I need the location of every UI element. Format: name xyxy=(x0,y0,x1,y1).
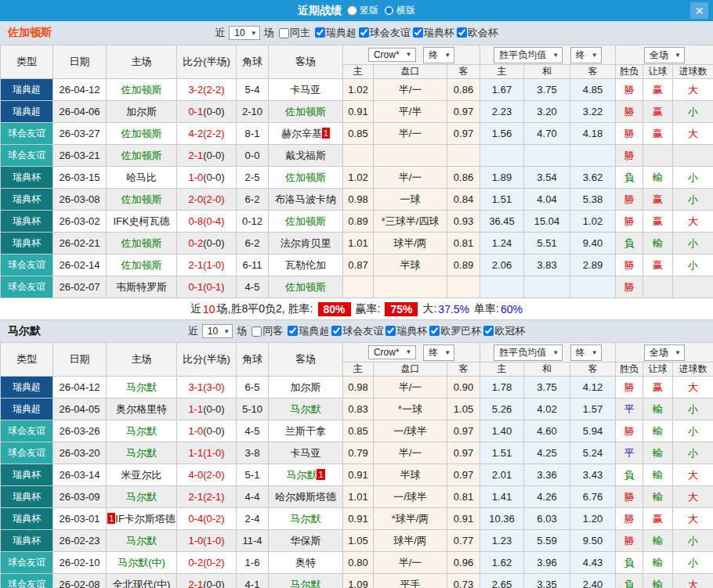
league-type-cell: 瑞典杯 xyxy=(1,189,53,211)
league-filter-label: 球会友谊 xyxy=(370,26,411,40)
goals-cell: 小 xyxy=(673,254,713,276)
team-filter-bar: 佐加顿斯 近 10 ▼ 场 同主 瑞典超球会友谊瑞典杯欧会杯 xyxy=(0,21,713,45)
away-team-name: 卡马亚 xyxy=(291,447,321,459)
handicap-value: 半/一 xyxy=(399,171,422,183)
away-team-cell: 法尔肯贝里 xyxy=(269,233,343,254)
avg-draw-odds: 3.36 xyxy=(524,464,570,486)
filter-controls: 近 10 ▼ 场 同客 瑞典超球会友谊瑞典杯欧罗巴杯欧冠杯 xyxy=(188,324,525,339)
odds-company-select[interactable]: Crow*▼ xyxy=(368,48,416,62)
handicap-home-odds: 0.98 xyxy=(343,377,374,399)
checkbox-input[interactable] xyxy=(483,326,494,336)
league-filter-checkbox[interactable]: 欧罗巴杯 xyxy=(429,324,481,338)
layout-radio-horizontal[interactable]: 横版 xyxy=(384,4,415,17)
date-cell: 26-03-01 xyxy=(53,508,107,530)
score-cell: 2-1(0-0) xyxy=(177,145,237,167)
radio-input-horizontal[interactable] xyxy=(384,5,394,16)
same-venue-checkbox[interactable]: 同主 xyxy=(279,26,310,40)
avg-select[interactable]: 胜平负均值▼ xyxy=(494,345,563,361)
results-table: 类型 日期 主场 比分(半场) 角球 客场 Crow*▼ 终▼ 胜平负均值▼ 终… xyxy=(0,342,713,588)
handicap-away-odds: 0.93 xyxy=(447,211,480,233)
score-cell: 0-8(0-4) xyxy=(177,211,237,233)
handicap-home-odds: 0.80 xyxy=(343,552,374,574)
away-team-name: 佐加顿斯 xyxy=(285,106,326,117)
avg-home-odds: 2.65 xyxy=(480,574,524,588)
handicap-value: 三球半/四球 xyxy=(385,215,440,227)
league-filter-checkbox[interactable]: 球会友谊 xyxy=(359,26,411,40)
goals-cell: 大 xyxy=(673,123,713,145)
cover-cell: 輸 xyxy=(643,530,673,552)
league-filter-checkbox[interactable]: 瑞典超 xyxy=(315,26,356,40)
close-button[interactable]: ✕ xyxy=(690,2,708,19)
home-team-cell: 马尔默 xyxy=(107,530,177,552)
scope-select[interactable]: 全场▼ xyxy=(644,345,685,361)
checkbox-input[interactable] xyxy=(252,326,262,337)
halftime-score: (0-0) xyxy=(203,403,224,415)
handicap-value: 半/一 xyxy=(399,381,422,393)
handicap-value: 平手 xyxy=(400,579,421,588)
checkbox-input[interactable] xyxy=(315,27,325,38)
result-cell: 勝 xyxy=(616,79,643,101)
corner-cell: 5-4 xyxy=(237,79,269,101)
avg-draw-odds: 3.20 xyxy=(524,101,570,123)
fulltime-score: 0-2 xyxy=(188,557,203,568)
avg-final-select[interactable]: 终▼ xyxy=(570,47,602,63)
avg-home-odds: 1.67 xyxy=(480,79,524,101)
checkbox-input[interactable] xyxy=(359,27,369,38)
halftime-score: (0-0) xyxy=(203,425,224,437)
home-team-cell: IFK史柯瓦德 xyxy=(107,211,177,233)
recent-count-select[interactable]: 10 ▼ xyxy=(229,26,259,40)
league-filter-checkbox[interactable]: 瑞典杯 xyxy=(413,26,454,40)
handicap-home-odds: 1.05 xyxy=(343,530,374,552)
checkbox-input[interactable] xyxy=(288,326,298,336)
checkbox-input[interactable] xyxy=(429,326,440,336)
home-team-cell: 马尔默(中) xyxy=(107,552,177,574)
away-team-cell: 加尔斯 xyxy=(269,377,343,399)
odds-final-select[interactable]: 终▼ xyxy=(423,345,454,361)
odds-final-select[interactable]: 终▼ xyxy=(423,47,454,63)
away-team-cell: 奥特 xyxy=(269,552,343,574)
radio-input-vertical[interactable] xyxy=(347,5,357,16)
checkbox-input[interactable] xyxy=(413,27,423,38)
league-type-cell: 球会友谊 xyxy=(1,420,53,442)
home-team-name: 马尔默 xyxy=(126,535,157,547)
avg-draw-odds: 6.03 xyxy=(524,508,570,530)
avg-final-select[interactable]: 终▼ xyxy=(570,345,602,361)
away-team-name: 赫尔辛基 xyxy=(281,128,322,139)
checkbox-input[interactable] xyxy=(331,326,342,336)
rank-badge: 1 xyxy=(317,469,324,480)
cover-cell: 赢 xyxy=(643,101,673,123)
checkbox-input[interactable] xyxy=(279,28,289,38)
recent-count-value: 10 xyxy=(208,326,218,337)
scope-select[interactable]: 全场▼ xyxy=(644,47,685,63)
checkbox-input[interactable] xyxy=(457,27,467,38)
away-team-name: 马尔默 xyxy=(291,579,321,588)
col-avg-home: 主 xyxy=(480,363,524,377)
cover-cell: 輸 xyxy=(643,486,673,508)
odds-company-select[interactable]: Crow*▼ xyxy=(368,345,416,359)
layout-radio-vertical[interactable]: 竖版 xyxy=(347,4,378,17)
corner-cell: 2-4 xyxy=(237,508,269,530)
col-odds-away: 客 xyxy=(447,65,480,79)
checkbox-input[interactable] xyxy=(385,326,396,336)
league-filter-checkbox[interactable]: 欧冠杯 xyxy=(483,324,525,338)
col-odds-home: 主 xyxy=(343,363,374,377)
score-cell: 0-4(0-2) xyxy=(177,508,237,530)
league-type-cell: 瑞典超 xyxy=(1,101,53,123)
recent-count-select[interactable]: 10 ▼ xyxy=(202,324,233,338)
league-filter-checkbox[interactable]: 瑞典杯 xyxy=(385,324,427,338)
same-venue-checkbox[interactable]: 同客 xyxy=(252,324,283,338)
away-team-name: 马尔默 xyxy=(291,513,321,525)
summary-count: 10 xyxy=(203,303,215,316)
league-type-cell: 瑞典杯 xyxy=(1,233,53,254)
chevron-down-icon: ▼ xyxy=(251,30,257,37)
league-filter-checkbox[interactable]: 欧会杯 xyxy=(457,26,498,40)
col-type: 类型 xyxy=(1,343,53,377)
avg-home-odds: 1.78 xyxy=(480,377,524,399)
avg-away-odds: 3.43 xyxy=(570,464,616,486)
score-cell: 1-1(0-0) xyxy=(177,399,237,420)
league-filter-checkbox[interactable]: 瑞典超 xyxy=(288,324,329,338)
away-team-cell: 马尔默 xyxy=(269,399,343,420)
avg-select[interactable]: 胜平负均值▼ xyxy=(494,47,563,63)
goals-cell xyxy=(673,276,713,298)
league-filter-checkbox[interactable]: 球会友谊 xyxy=(331,324,383,338)
